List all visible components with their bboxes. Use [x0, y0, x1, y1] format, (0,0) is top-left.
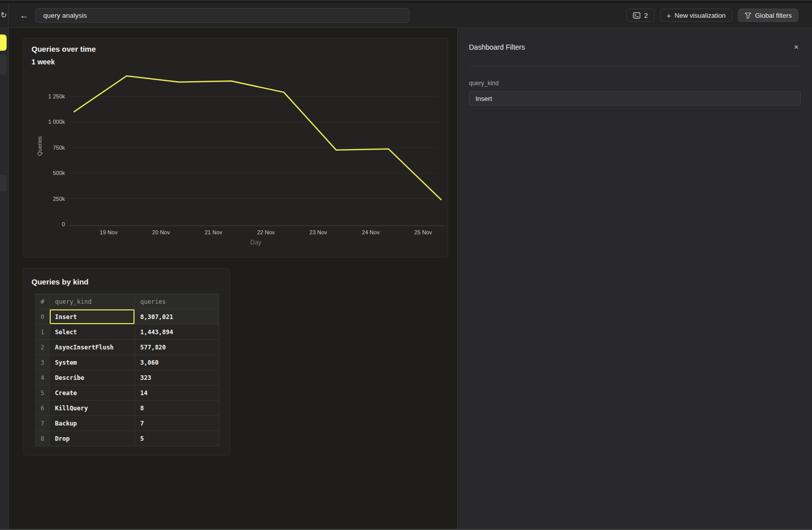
- x-tick-label: 25 Nov: [414, 229, 432, 235]
- rail-item-2[interactable]: [0, 175, 7, 191]
- queries-over-time-card: Queries over time 1 week Queries 1 250k1…: [23, 38, 448, 258]
- table-row: 5Create14: [36, 385, 219, 401]
- rail-item-1[interactable]: [0, 55, 7, 75]
- table-row: 0Insert8,307,021: [36, 309, 219, 325]
- queries-count-cell[interactable]: 1,443,894: [135, 325, 219, 340]
- query-kind-cell[interactable]: System: [50, 355, 135, 370]
- console-count: 2: [644, 12, 648, 19]
- x-tick-label: 22 Nov: [257, 229, 275, 235]
- row-index-cell: 6: [36, 401, 50, 416]
- queries-count-cell[interactable]: 7: [135, 416, 219, 431]
- query-kind-cell[interactable]: KillQuery: [50, 401, 135, 416]
- global-filters-button[interactable]: Global filters: [738, 9, 798, 22]
- queries-count-cell[interactable]: 577,820: [135, 340, 219, 355]
- filter-field-label: query_kind: [469, 80, 801, 87]
- new-visualization-label: New visualization: [674, 12, 725, 19]
- filter-funnel-icon: [745, 12, 752, 19]
- y-tick-label: 750k: [53, 145, 65, 151]
- row-index-cell: 5: [36, 385, 50, 401]
- y-tick-label: 500k: [53, 170, 65, 176]
- query-kind-cell[interactable]: Drop: [50, 431, 135, 446]
- x-tick-label: 23 Nov: [310, 229, 327, 235]
- queries-by-kind-card: Queries by kind #query_kindqueries 0Inse…: [23, 268, 230, 455]
- row-index-cell: 3: [36, 355, 50, 370]
- refresh-icon[interactable]: ↻: [1, 11, 7, 20]
- queries-count-cell[interactable]: 5: [135, 431, 219, 446]
- queries-over-time-plot[interactable]: 1 250k1 000k750k500k250k019 Nov20 Nov21 …: [23, 39, 449, 258]
- x-tick-label: 19 Nov: [100, 229, 118, 235]
- row-index-cell: 2: [36, 340, 50, 355]
- x-tick-label: 21 Nov: [205, 229, 222, 235]
- y-tick-label: 1 250k: [48, 93, 65, 99]
- table-row: 1Select1,443,894: [36, 325, 219, 340]
- query-kind-cell[interactable]: Backup: [50, 416, 135, 431]
- new-visualization-button[interactable]: + New visualization: [660, 9, 732, 22]
- plus-icon: +: [667, 12, 671, 19]
- column-header-index[interactable]: #: [36, 294, 50, 309]
- close-icon[interactable]: ✕: [792, 42, 801, 52]
- dashboard-canvas: Queries over time 1 week Queries 1 250k1…: [9, 28, 457, 529]
- row-index-cell: 8: [36, 431, 50, 446]
- query-kind-cell[interactable]: AsyncInsertFlush: [50, 340, 135, 355]
- x-tick-label: 20 Nov: [152, 229, 170, 235]
- queries-count-cell[interactable]: 8: [135, 401, 219, 416]
- table-title: Queries by kind: [31, 277, 89, 286]
- global-filters-label: Global filters: [755, 12, 792, 19]
- table-row: 8Drop5: [36, 431, 219, 446]
- row-index-cell: 0: [36, 309, 50, 325]
- queries-line-series: [74, 76, 441, 200]
- filters-panel-header: Dashboard Filters ✕: [469, 28, 801, 66]
- dashboard-filters-panel: Dashboard Filters ✕ query_kind: [457, 28, 812, 529]
- queries-count-cell[interactable]: 3,060: [135, 355, 219, 370]
- queries-count-cell[interactable]: 14: [135, 385, 219, 401]
- queries-by-kind-table: #query_kindqueries 0Insert8,307,0211Sele…: [35, 294, 219, 446]
- queries-count-cell[interactable]: 323: [135, 370, 219, 385]
- back-button[interactable]: ←: [20, 11, 28, 20]
- table-row: 2AsyncInsertFlush577,820: [36, 340, 219, 355]
- query-kind-cell[interactable]: Select: [50, 325, 135, 340]
- console-count-button[interactable]: 2: [626, 9, 654, 22]
- x-tick-label: 24 Nov: [362, 229, 380, 235]
- y-tick-label: 250k: [53, 196, 65, 202]
- query-kind-filter-input[interactable]: [469, 91, 801, 105]
- row-index-cell: 7: [36, 416, 50, 431]
- console-icon: [633, 12, 640, 19]
- table-row: 6KillQuery8: [36, 401, 219, 416]
- table-row: 7Backup7: [36, 416, 219, 431]
- y-tick-label: 1 000k: [48, 119, 65, 125]
- table-header-row: #query_kindqueries: [36, 294, 219, 309]
- query-kind-cell[interactable]: Create: [50, 385, 135, 401]
- column-header-query_kind[interactable]: query_kind: [50, 294, 135, 309]
- table-row: 4Describe323: [36, 370, 219, 385]
- x-axis-title: Day: [23, 239, 488, 246]
- row-index-cell: 1: [36, 325, 50, 340]
- topbar-rail-cell: ↻: [0, 3, 9, 27]
- app-body: Queries over time 1 week Queries 1 250k1…: [0, 28, 812, 529]
- query-kind-cell[interactable]: Describe: [50, 370, 135, 385]
- dashboard-title-input[interactable]: [35, 8, 410, 23]
- topbar: ↻ ← 2 + New visualization Global filters: [0, 3, 812, 28]
- left-rail: [0, 28, 9, 529]
- query-kind-cell[interactable]: Insert: [50, 309, 135, 325]
- filters-panel-title: Dashboard Filters: [469, 43, 525, 51]
- table-row: 3System3,060: [36, 355, 219, 370]
- queries-count-cell[interactable]: 8,307,021: [135, 309, 219, 325]
- rail-item-active[interactable]: [0, 34, 7, 51]
- row-index-cell: 4: [36, 370, 50, 385]
- y-tick-label: 0: [62, 221, 65, 227]
- column-header-queries[interactable]: queries: [135, 294, 219, 309]
